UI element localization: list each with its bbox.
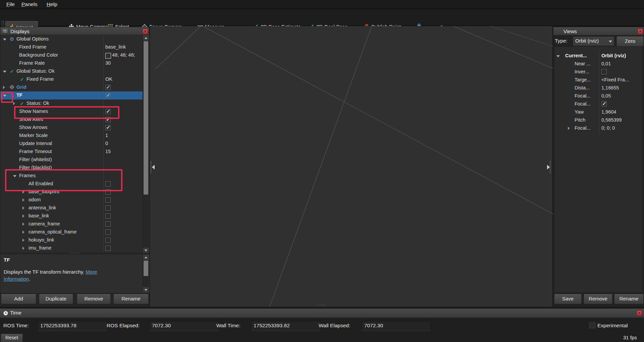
displays-row-base-footprint[interactable]: base_footprint [0, 188, 149, 196]
row-value[interactable]: 1,16655 [601, 85, 619, 90]
checkbox-checked[interactable]: ✓ [105, 85, 111, 90]
views-row-focal-5[interactable]: Focal...0,05 [554, 92, 642, 100]
displays-row-hokuyo-link[interactable]: hokuyo_link [0, 236, 149, 244]
displays-row-update-interval[interactable]: Update Interval0 [0, 140, 149, 148]
expander-closed-icon[interactable] [22, 190, 24, 194]
displays-row-global-status-ok[interactable]: ✓Global Status: Ok [0, 67, 149, 75]
collapse-right-panel-handle[interactable] [547, 160, 552, 174]
displays-row-odom[interactable]: odom [0, 196, 149, 204]
displays-row-grid[interactable]: Grid✓ [0, 83, 149, 91]
displays-row-all-enabled[interactable]: All Enabled [0, 180, 149, 188]
checkbox-checked[interactable]: ✓ [601, 101, 607, 107]
displays-row-show-names[interactable]: Show Names✓ [0, 108, 149, 116]
expander-open-icon[interactable] [3, 71, 6, 73]
displays-row-camera-optical-frame[interactable]: camera_optical_frame [0, 228, 149, 236]
checkbox-unchecked[interactable] [105, 237, 111, 243]
row-value[interactable]: 1,9604 [601, 109, 616, 115]
displays-row-frame-timeout[interactable]: Frame Timeout15 [0, 148, 149, 156]
menu-item-panels[interactable]: Panels [20, 1, 39, 8]
collapse-left-panel-handle[interactable] [151, 160, 155, 174]
row-value[interactable]: <Fixed Fra... [601, 77, 629, 82]
rename-views-button[interactable]: Rename [614, 294, 644, 304]
displays-row-frames[interactable]: Frames [0, 172, 149, 180]
views-row-pitch-8[interactable]: Pitch0,585399 [554, 116, 642, 124]
displays-row-background-color[interactable]: Background Color48; 48; 48; [0, 51, 149, 59]
expander-closed-icon[interactable] [22, 198, 24, 202]
displays-row-global-options[interactable]: ⚙Global Options [0, 35, 149, 43]
displays-row-status-ok[interactable]: ✓Status: Ok [0, 99, 149, 108]
3d-viewport[interactable]: ······ [150, 26, 553, 307]
displays-row-tf[interactable]: TF✓ [0, 91, 149, 99]
scrollbar-thumb[interactable] [144, 261, 148, 276]
bottom-splitter-handle[interactable]: ······ [317, 304, 326, 306]
displays-close-button[interactable]: ✕ [143, 29, 148, 34]
expander-open-icon[interactable] [3, 39, 6, 41]
save-views-button[interactable]: Save [554, 294, 582, 304]
expander-open-icon[interactable] [13, 175, 16, 177]
checkbox-unchecked[interactable] [105, 197, 111, 203]
views-row-dista-4[interactable]: Dista...1,16655 [554, 84, 642, 92]
expander-open-icon[interactable] [556, 55, 560, 57]
remove-views-button[interactable]: Remove [584, 294, 612, 304]
row-value[interactable]: base_link [105, 44, 126, 50]
ros-time-field[interactable]: 1752253393.78 [38, 321, 107, 331]
checkbox-unchecked[interactable] [105, 181, 111, 187]
expander-closed-icon[interactable] [22, 222, 24, 226]
expander-open-icon[interactable] [3, 95, 6, 97]
displays-row-show-arrows[interactable]: Show Arrows✓ [0, 124, 149, 132]
row-value[interactable]: 0,585399 [601, 117, 622, 123]
displays-row-show-axes[interactable]: Show Axes✓ [0, 116, 149, 124]
views-row-yaw-7[interactable]: Yaw1,9604 [554, 108, 642, 116]
experimental-checkbox[interactable] [589, 322, 595, 328]
views-row-targe-3[interactable]: Targe...<Fixed Fra... [554, 76, 642, 84]
checkbox-unchecked[interactable] [105, 189, 111, 195]
views-close-button[interactable]: ✕ [638, 29, 643, 34]
expander-closed-icon[interactable] [22, 238, 24, 242]
remove-button[interactable]: Remove [77, 294, 111, 304]
expander-closed-icon[interactable] [3, 86, 5, 89]
row-value[interactable]: Orbit (rviz) [601, 53, 626, 58]
views-row-focal-9[interactable]: Focal...0; 0; 0 [554, 124, 642, 132]
menu-item-help[interactable]: Help [45, 1, 59, 8]
row-value[interactable]: 1 [105, 133, 108, 138]
row-value[interactable]: 0; 0; 0 [601, 125, 615, 131]
reset-button[interactable]: Reset [1, 334, 23, 342]
checkbox-checked[interactable]: ✓ [105, 109, 111, 114]
views-row-current-0[interactable]: Current...Orbit (rviz) [554, 52, 642, 60]
displays-row-antenna-link[interactable]: antenna_link [0, 204, 149, 212]
color-swatch[interactable] [105, 53, 111, 59]
displays-row-fixed-frame[interactable]: ✓Fixed FrameOK [0, 75, 149, 83]
scroll-down-button[interactable] [143, 287, 149, 292]
views-row-near-1[interactable]: Near ...0,01 [554, 60, 642, 68]
displays-row-camera-frame[interactable]: camera_frame [0, 220, 149, 228]
menu-item-file[interactable]: File [5, 1, 16, 8]
wall-elapsed-field[interactable]: 7072.30 [362, 321, 431, 331]
displays-row-fixed-frame[interactable]: Fixed Framebase_link [0, 43, 149, 51]
duplicate-button[interactable]: Duplicate [39, 294, 73, 304]
views-row-inver-2[interactable]: Inver... [554, 68, 642, 76]
view-type-dropdown[interactable]: Orbit (rviz) [573, 37, 614, 46]
time-close-button[interactable]: ✕ [637, 311, 642, 316]
wall-time-field[interactable]: 1752253393.82 [251, 321, 321, 331]
scroll-up-button[interactable] [143, 35, 149, 41]
displays-row-base-link[interactable]: base_link [0, 212, 149, 220]
row-value[interactable]: 0 [105, 141, 108, 146]
row-value[interactable]: 0,05 [601, 93, 611, 98]
displays-row-filter-blacklist[interactable]: Filter (blacklist) [0, 164, 149, 172]
expander-closed-icon[interactable] [568, 127, 570, 130]
rename-button[interactable]: Rename [113, 294, 149, 304]
checkbox-checked[interactable]: ✓ [105, 93, 111, 98]
zero-button[interactable]: Zero [616, 37, 644, 47]
row-value[interactable]: 30 [105, 60, 111, 66]
ros-elapsed-field[interactable]: 7072.30 [149, 321, 220, 331]
displays-row-marker-scale[interactable]: Marker Scale1 [0, 132, 149, 140]
checkbox-checked[interactable]: ✓ [105, 117, 111, 122]
checkbox-unchecked[interactable] [105, 221, 111, 227]
displays-row-frame-rate[interactable]: Frame Rate30 [0, 59, 149, 67]
checkbox-unchecked[interactable] [105, 229, 111, 235]
checkbox-unchecked[interactable] [105, 205, 111, 211]
row-value[interactable]: OK [105, 76, 112, 82]
displays-row-filter-whitelist[interactable]: Filter (whitelist) [0, 156, 149, 164]
expander-closed-icon[interactable] [13, 102, 15, 105]
expander-closed-icon[interactable] [22, 206, 24, 210]
